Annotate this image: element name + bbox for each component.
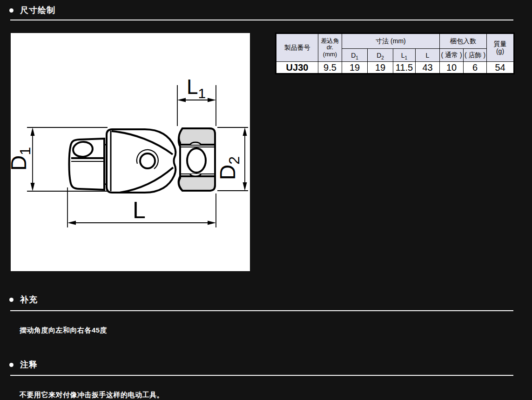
section-divider — [10, 375, 513, 376]
dim-label-d2: D2 — [215, 156, 242, 180]
square-drive-end — [69, 139, 107, 190]
col-group-dimensions: 寸法 (mm) — [342, 33, 440, 49]
col-header-drive-angle: 差込角 dr. (mm) — [318, 33, 342, 62]
col-header-weight: 質量 (g) — [487, 33, 514, 62]
cell-weight: 54 — [487, 62, 514, 74]
cell-d2: 19 — [368, 62, 393, 74]
col-header-l: L — [416, 49, 440, 62]
l1-base: L — [401, 52, 405, 59]
col-group-packing: 梱包入数 — [440, 33, 487, 49]
col-header-d1: D1 — [342, 49, 368, 62]
col-header-packing-display: ( 店飾 ) — [464, 49, 487, 62]
weight-line1: 質量 — [487, 40, 513, 48]
bullet-icon — [9, 8, 13, 13]
bullet-icon — [9, 298, 13, 302]
col-header-packing-normal: ( 通常 ) — [440, 49, 464, 62]
col-header-product-no: 製品番号 — [276, 33, 318, 62]
section-divider — [10, 20, 513, 20]
joint-yoke — [107, 129, 175, 193]
section-title: 注释 — [20, 359, 38, 370]
col-header-l1: L1 — [393, 49, 416, 62]
socket-hole — [187, 148, 206, 173]
bullet-icon — [9, 363, 13, 367]
cell-l: 43 — [416, 62, 440, 74]
catalog-page: { "page": { "background": "#131313", "ru… — [0, 0, 532, 400]
universal-joint-drawing: D1 L1 D2 L — [11, 33, 250, 271]
d2-sub: 2 — [381, 55, 384, 60]
supplement-text: 摆动角度向左和向右各45度 — [20, 326, 107, 335]
table-row: UJ30 9.5 19 19 11.5 43 10 6 54 — [276, 62, 514, 74]
knurl-band-bottom — [179, 176, 215, 191]
section-header-supplement: 补充 — [9, 294, 38, 305]
cell-packing-normal: 10 — [440, 62, 464, 74]
drive-angle-line3: (mm) — [318, 51, 342, 58]
section-title: 尺寸绘制 — [20, 5, 55, 16]
col-header-d2: D2 — [368, 49, 393, 62]
section-header-notes: 注释 — [9, 359, 38, 370]
drive-angle-line2: dr. — [318, 44, 342, 51]
weight-line2: (g) — [487, 48, 513, 55]
cell-l1: 11.5 — [393, 62, 416, 74]
notes-text: 不要用它来对付像冲击扳手这样的电动工具。 — [20, 391, 164, 400]
d1-sub: 1 — [356, 55, 358, 60]
dim-label-d1: D1 — [11, 147, 34, 171]
drive-angle-line1: 差込角 — [318, 38, 342, 45]
section-divider — [10, 310, 513, 311]
d2-base: D — [377, 52, 381, 59]
section-title: 补充 — [20, 294, 38, 305]
dimension-drawing-panel: D1 L1 D2 L — [11, 33, 250, 271]
cell-drive-angle: 9.5 — [318, 62, 342, 74]
l1-sub: 1 — [405, 55, 408, 60]
dim-label-l1: L1 — [187, 75, 206, 101]
cell-packing-display: 6 — [464, 62, 487, 74]
section-header-dimension-drawing: 尺寸绘制 — [9, 5, 55, 16]
dim-label-l: L — [133, 197, 146, 223]
cell-product-no: UJ30 — [276, 62, 318, 74]
joint-pin-hole — [140, 153, 155, 168]
d1-base: D — [351, 52, 356, 59]
socket-end — [179, 128, 215, 191]
spec-table: 製品番号 差込角 dr. (mm) 寸法 (mm) 梱包入数 質量 (g) D1… — [275, 33, 515, 74]
cell-d1: 19 — [342, 62, 368, 74]
